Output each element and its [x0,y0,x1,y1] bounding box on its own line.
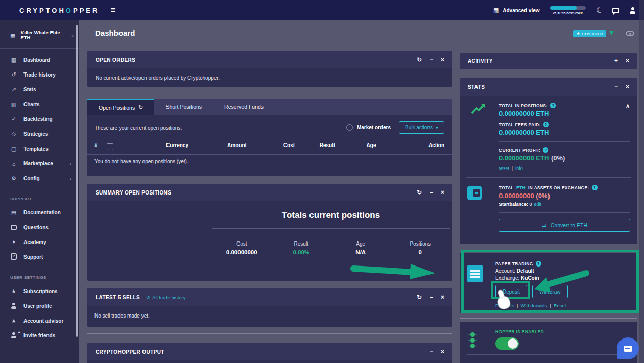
reset-link[interactable]: reset [499,166,509,171]
hopper-status-text: HOPPER IS ENABLED [495,329,630,334]
convert-to-eth-button[interactable]: ⇄ Convert to ETH [499,219,630,232]
totals-heading: Totals current positions [212,210,450,221]
totals-cost-value: 0.00000000 [212,249,272,255]
total-fees-label: TOTAL FEES PAID: [499,122,541,127]
all-trade-history-link[interactable]: ↺ All trade history [146,295,185,300]
sidebar-item-support[interactable]: Support [0,250,79,264]
cryptohopper-logo[interactable]: CRYPTOHOPPER [19,7,99,14]
caret-down-icon: ▾ [436,125,438,130]
sidebar-item-marketplace[interactable]: ⌂ Marketplace › [0,156,79,171]
close-icon[interactable]: × [441,349,444,355]
advanced-view-toggle[interactable]: ▦ Advanced view [493,7,540,14]
account-icon[interactable] [629,7,636,14]
totals-positions-value: 0 [391,249,450,255]
sidebar-item-templates[interactable]: ▢ Templates [0,141,79,156]
sidebar-item-documentation[interactable]: ▤ Documentation [0,205,79,220]
messages-icon[interactable] [612,8,619,13]
sidebar-item-backtesting[interactable]: ✓ Backtesting [0,112,79,127]
stats-divider [499,212,630,213]
close-icon[interactable]: × [626,58,629,64]
sidebar-item-user-profile[interactable]: User profile [0,299,79,313]
minimize-icon[interactable]: − [430,294,433,300]
help-icon[interactable]: ? [543,122,549,127]
help-icon[interactable]: ? [592,185,598,190]
filter-icon[interactable]: ▼ [608,28,615,37]
tab-open-positions[interactable]: Open Positions ↻ [87,99,154,115]
tab-short-positions[interactable]: Short Positions [154,99,213,115]
sidebar-item-stats[interactable]: ↗ Stats [0,82,79,97]
refresh-icon[interactable]: ↻ [417,57,422,63]
output-header: CRYPTOHOPPER OUTPUT − × [87,343,452,360]
academy-icon: ✶ [10,239,17,246]
latest-sells-empty-text: No sell trades made yet. [87,306,452,319]
info-link[interactable]: info [515,166,523,171]
sidebar-item-dashboard[interactable]: ▦ Dashboard [0,53,79,67]
sidebar-item-config[interactable]: ⚙ Config › [0,171,79,186]
totals-divider [212,228,450,229]
invite-friends-icon [10,332,17,340]
user-settings-section-header: USER SETTINGS [0,272,79,284]
stats-panel: STATS − × ∧ TOTAL IN POSITIONS:? 0.00000… [460,78,637,244]
minimize-icon[interactable]: − [614,84,618,90]
sidebar-item-charts[interactable]: ▥ Charts [0,97,79,112]
sidebar-item-strategies[interactable]: ◇ Strategies [0,127,79,141]
sidebar-scrollbar[interactable] [76,25,78,337]
page-scrollbar[interactable] [639,0,644,363]
sidebar-item-invite-friends[interactable]: Invite friends [0,328,79,343]
help-icon[interactable]: ? [543,147,548,153]
bulk-actions-button[interactable]: Bulk actions ▾ [399,121,444,134]
trending-up-icon [471,103,486,115]
close-icon[interactable]: × [441,189,444,196]
hopper-selector[interactable]: ▦ Killer Whale Elite ETH › [0,25,79,45]
positions-empty-text: You do not have any open positions (yet)… [94,159,188,164]
close-icon[interactable]: × [441,57,444,63]
dark-mode-icon[interactable]: ☾ [595,5,604,15]
app: CRYPTOHOPPER ≡ ▦ Advanced view 25 XP to … [0,0,644,363]
tab-reserved-funds[interactable]: Reserved Funds [213,99,275,115]
dashboard-icon: ▦ [10,57,17,63]
grid-view-icon: ▦ [493,7,499,14]
close-icon[interactable]: × [441,294,444,300]
chat-launcher-button[interactable] [617,337,639,359]
hamburger-menu-icon[interactable]: ≡ [110,5,115,15]
support-section-header: SUPPORT [0,193,79,205]
stats-icon: ↗ [10,86,17,93]
market-orders-radio[interactable] [346,124,353,131]
subscriptions-icon: ★ [10,288,17,295]
tab-refresh-icon[interactable]: ↻ [138,104,143,111]
minimize-icon[interactable]: − [430,349,433,355]
edit-link[interactable]: edit [534,202,542,207]
sidebar-item-account-advisor[interactable]: ▼ Account advisor [0,313,79,328]
help-icon[interactable]: ? [550,103,556,108]
expand-icon[interactable]: + [614,58,618,64]
close-icon[interactable]: × [626,84,629,90]
minimize-icon[interactable]: − [430,189,433,196]
refresh-icon[interactable]: ↻ [417,294,422,300]
total-fees-value: 0.00000000 ETH [499,129,630,136]
hopper-enabled-toggle[interactable] [495,337,519,350]
marketplace-icon: ⌂ [10,161,17,167]
chevron-right-icon: › [69,176,71,182]
chevron-right-icon: › [69,161,71,167]
select-all-checkbox[interactable] [107,143,113,150]
total-in-positions-value: 0.00000000 ETH [499,110,630,117]
refresh-icon[interactable]: ↻ [417,189,422,196]
collapse-chevron-icon[interactable]: ∧ [626,103,630,109]
latest-sells-header: LATEST 5 SELLS ↺ All trade history ↻ − × [87,288,452,306]
minimize-icon[interactable]: − [430,57,433,63]
total-in-positions-label: TOTAL IN POSITIONS: [499,103,547,108]
explorer-badge[interactable]: ★ EXPLORER [573,30,606,37]
sidebar-item-questions[interactable]: Questions [0,220,79,235]
right-column: ACTIVITY + × STATS − × ∧ [460,53,637,363]
charts-icon: ▥ [10,101,17,108]
open-orders-empty-text: No current active/open orders placed by … [87,68,452,81]
summary-header: SUMMARY OPEN POSITIONS ↻ − × [87,184,452,201]
sidebar-item-academy[interactable]: ✶ Academy [0,235,79,250]
widget-separator [87,333,452,334]
sidebar-divider [0,48,79,49]
cryptohopper-output-panel: CRYPTOHOPPER OUTPUT − × [87,343,452,363]
eye-icon[interactable] [626,31,634,36]
history-icon: ↺ [10,71,17,78]
sidebar-item-subscriptions[interactable]: ★ Subscriptions [0,284,79,299]
sidebar-item-trade-history[interactable]: ↺ Trade history [0,67,79,82]
